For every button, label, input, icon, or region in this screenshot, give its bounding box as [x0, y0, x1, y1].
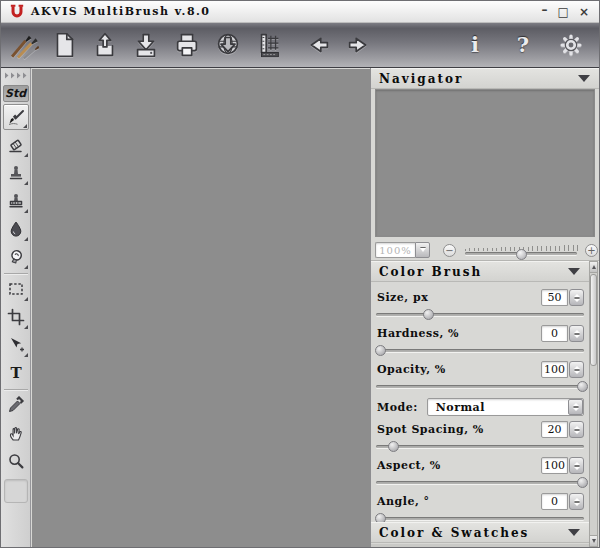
flyout-indicator: [24, 209, 28, 213]
info-icon[interactable]: i: [459, 28, 491, 62]
param-slider[interactable]: [376, 308, 584, 320]
scrollbar-thumb[interactable]: [590, 274, 597, 366]
param-value-field[interactable]: 100: [541, 457, 568, 474]
post-image-icon[interactable]: [253, 28, 285, 62]
color-brush-header[interactable]: Color Brush: [371, 261, 590, 282]
param-row: Size, px50: [377, 289, 584, 306]
param-value-field[interactable]: 50: [541, 289, 568, 306]
clone-stamp-tool[interactable]: [3, 160, 29, 186]
main-toolbar: i?: [1, 23, 599, 68]
slider-track: [376, 349, 584, 352]
param-row: Spot Spacing, %20: [377, 421, 584, 438]
param-label: Opacity, %: [377, 363, 446, 376]
param-spinner[interactable]: [569, 325, 584, 342]
settings-icon[interactable]: [555, 28, 587, 62]
smudge-tool[interactable]: [3, 244, 29, 270]
zoom-dropdown-button[interactable]: [415, 242, 430, 258]
param-spinbox: 50: [541, 289, 584, 306]
window-title: AKVIS MultiBrush v.8.0: [31, 5, 542, 18]
param-value-field[interactable]: 100: [541, 361, 568, 378]
zoom-slider-thumb[interactable]: [516, 249, 527, 260]
print-icon[interactable]: [171, 28, 203, 62]
new-document-icon[interactable]: [48, 28, 80, 62]
param-slider[interactable]: [376, 476, 584, 488]
zoom-in-button[interactable]: +: [585, 244, 598, 257]
param-slider[interactable]: [376, 344, 584, 356]
slider-thumb[interactable]: [577, 381, 588, 392]
zoom-slider[interactable]: [465, 241, 577, 259]
help-icon: ?: [517, 34, 529, 56]
canvas[interactable]: [32, 69, 370, 547]
param-spinbox: 100: [541, 457, 584, 474]
color-swatches-title: Color & Swatches: [379, 526, 568, 540]
minimize-button[interactable]: –: [542, 4, 548, 16]
scroll-down-button[interactable]: [590, 535, 597, 546]
param-spinner[interactable]: [569, 361, 584, 378]
param-spinner[interactable]: [569, 421, 584, 438]
param-slider[interactable]: [376, 440, 584, 452]
help-icon[interactable]: ?: [507, 28, 539, 62]
param-spinner[interactable]: [569, 457, 584, 474]
save-image-icon[interactable]: [130, 28, 162, 62]
open-image-icon[interactable]: [89, 28, 121, 62]
navigator-preview[interactable]: [375, 89, 595, 237]
back-icon[interactable]: [302, 28, 334, 62]
svg-text:T: T: [10, 364, 22, 382]
zoom-tool[interactable]: [3, 448, 29, 474]
color-brush-tool[interactable]: [3, 104, 29, 130]
zoom-value-field[interactable]: 100%: [375, 242, 415, 258]
param-row: Hardness, %0: [377, 325, 584, 342]
forward-icon[interactable]: [343, 28, 375, 62]
slider-track: [376, 481, 584, 484]
mode-dropdown[interactable]: Normal: [427, 398, 584, 416]
zoom-out-button[interactable]: −: [443, 244, 456, 257]
slider-thumb[interactable]: [577, 477, 588, 488]
move-tool[interactable]: [3, 332, 29, 358]
chameleon-brush-tool[interactable]: [3, 188, 29, 214]
mode-spinner[interactable]: [568, 399, 583, 415]
slider-track: [376, 445, 584, 448]
flyout-indicator: [24, 153, 28, 157]
hand-tool[interactable]: [3, 420, 29, 446]
collapse-arrow-icon[interactable]: [568, 529, 580, 536]
param-row: Aspect, %100: [377, 457, 584, 474]
panel-scrollbar[interactable]: [589, 261, 598, 547]
close-button[interactable]: ×: [579, 6, 589, 18]
std-mode-button[interactable]: Std: [3, 85, 29, 102]
param-value-field[interactable]: 20: [541, 421, 568, 438]
param-spinbox: 20: [541, 421, 584, 438]
slider-thumb[interactable]: [423, 309, 434, 320]
flyout-indicator: [24, 181, 28, 185]
scroll-up-button[interactable]: [590, 262, 597, 273]
param-label: Aspect, %: [377, 459, 441, 472]
slider-thumb[interactable]: [388, 441, 399, 452]
text-tool[interactable]: T: [3, 360, 29, 386]
param-spinner[interactable]: [569, 289, 584, 306]
eyedropper-tool[interactable]: [3, 392, 29, 418]
expand-tools-button[interactable]: [2, 70, 30, 82]
blur-tool[interactable]: [3, 216, 29, 242]
web-download-icon[interactable]: [212, 28, 244, 62]
maximize-button[interactable]: □: [558, 6, 569, 18]
collapse-arrow-icon[interactable]: [568, 268, 580, 275]
collapse-arrow-icon[interactable]: [578, 75, 590, 82]
flyout-indicator: [24, 237, 28, 241]
param-spinner[interactable]: [569, 493, 584, 510]
eraser-tool[interactable]: [3, 132, 29, 158]
color-swatches-header[interactable]: Color & Swatches: [371, 522, 590, 543]
param-label: Size, px: [377, 291, 428, 304]
param-slider[interactable]: [376, 380, 584, 392]
slider-thumb[interactable]: [375, 345, 386, 356]
selection-tool[interactable]: [3, 276, 29, 302]
slider-track: [376, 385, 584, 388]
logo-brushes-icon: [7, 28, 39, 62]
param-value-field[interactable]: 0: [541, 493, 568, 510]
color-brush-params: Size, px50Hardness, %0Opacity, %100Mode:…: [371, 282, 590, 524]
param-value-field[interactable]: 0: [541, 325, 568, 342]
info-icon: i: [471, 34, 479, 56]
mode-row: Mode:Normal: [377, 398, 584, 416]
crop-tool[interactable]: [3, 304, 29, 330]
navigator-header[interactable]: Navigator: [371, 68, 600, 89]
toolbar-left-group: [1, 28, 459, 62]
tool-separator: [4, 273, 28, 274]
